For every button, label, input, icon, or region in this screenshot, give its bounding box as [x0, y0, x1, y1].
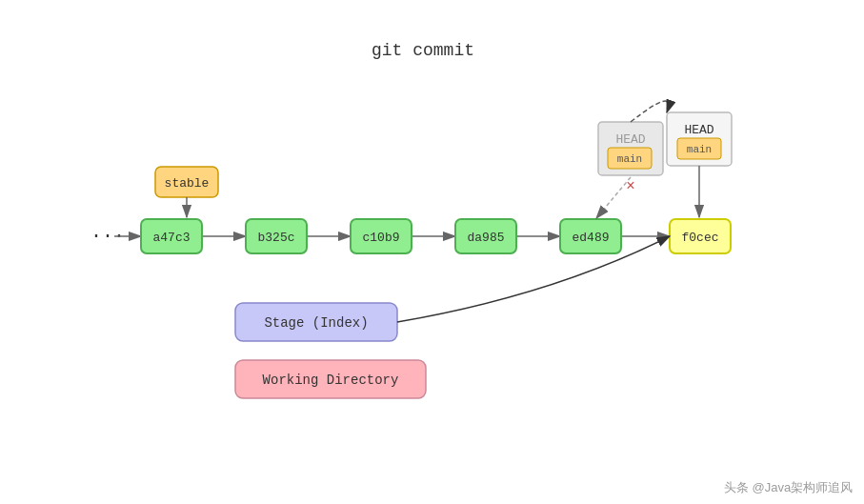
- stage-text: Stage (Index): [264, 315, 368, 331]
- head-old-text: HEAD: [615, 132, 645, 147]
- head-old-main-text: main: [617, 153, 642, 165]
- commit-da985-label: da985: [467, 231, 504, 245]
- cross-mark: ×: [626, 177, 634, 193]
- stable-label-text: stable: [165, 176, 210, 191]
- commit-f0cec-label: f0cec: [681, 231, 718, 245]
- title-text: git commit: [372, 41, 474, 60]
- watermark: 头条 @Java架构师追风: [724, 480, 853, 494]
- svg-rect-0: [0, 0, 864, 504]
- working-dir-text: Working Directory: [263, 373, 399, 388]
- commit-c10b9-label: c10b9: [362, 231, 399, 245]
- commit-ed489-label: ed489: [572, 231, 609, 245]
- head-new-main-text: main: [687, 144, 712, 155]
- head-new-text: HEAD: [684, 123, 713, 137]
- commit-b325c-label: b325c: [257, 231, 294, 245]
- commit-a47c3-label: a47c3: [152, 231, 190, 245]
